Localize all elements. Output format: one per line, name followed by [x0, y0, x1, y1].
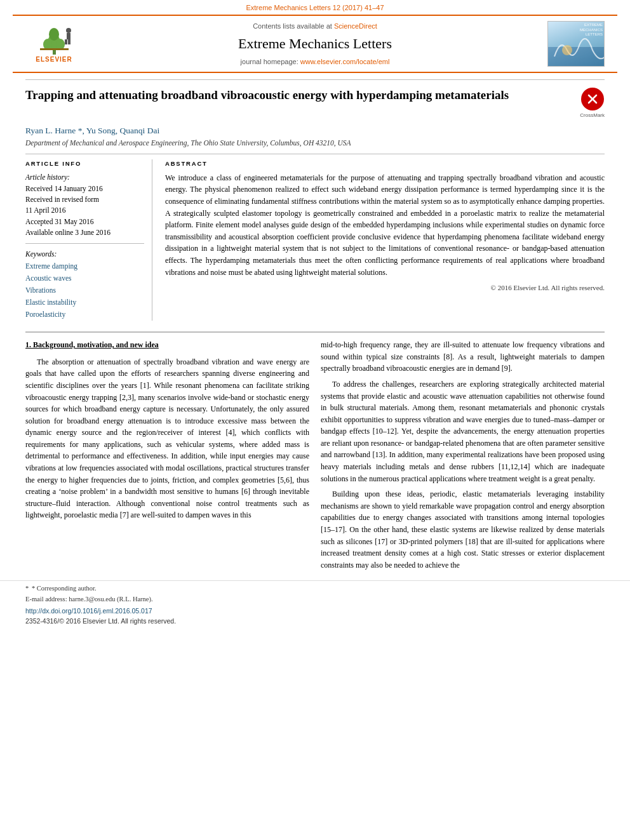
info-separator — [25, 243, 144, 244]
author-names: Ryan L. Harne *, Yu Song, Quanqi Dai — [25, 126, 159, 135]
article-title-section: Trapping and attenuating broadband vibro… — [25, 79, 605, 123]
journal-header-center: Contents lists available at ScienceDirec… — [83, 22, 547, 67]
article-title-text: Trapping and attenuating broadband vibro… — [25, 88, 570, 103]
homepage-line: journal homepage: www.elsevier.com/locat… — [83, 57, 547, 67]
svg-rect-7 — [67, 33, 70, 39]
elsevier-logo: ELSEVIER — [25, 24, 83, 64]
footnote-email: E-mail address: harne.3@osu.edu (R.L. Ha… — [25, 595, 605, 604]
authors-line: Ryan L. Harne *, Yu Song, Quanqi Dai — [25, 125, 605, 137]
crossmark-label: CrossMark — [580, 112, 605, 119]
elsevier-tree-icon — [37, 24, 72, 55]
doi-line[interactable]: http://dx.doi.org/10.1016/j.eml.2016.05.… — [25, 606, 605, 616]
article-history: Article history: Received 14 January 201… — [25, 172, 144, 238]
section1-heading: 1. Background, motivation, and new idea — [25, 339, 309, 351]
history-item-2: 11 April 2016 — [25, 206, 65, 214]
svg-rect-9 — [68, 39, 70, 44]
svg-point-6 — [66, 28, 71, 33]
keyword-2: Vibrations — [25, 284, 144, 297]
affiliation: Department of Mechanical and Aerospace E… — [25, 138, 605, 148]
history-item-3: Accepted 31 May 2016 — [25, 218, 94, 225]
history-item-4: Available online 3 June 2016 — [25, 229, 111, 236]
issn-line: 2352-4316/© 2016 Elsevier Ltd. All right… — [25, 617, 605, 626]
homepage-prefix: journal homepage: — [241, 58, 300, 65]
footer: * * Corresponding author. E-mail address… — [0, 580, 630, 631]
keywords-list: Extreme damping Acoustic waves Vibration… — [25, 260, 144, 321]
cover-graphic — [548, 31, 605, 63]
section1-left-text: The absorption or attenuation of spectra… — [25, 356, 309, 521]
svg-rect-8 — [65, 39, 67, 44]
keyword-4: Poroelasticity — [25, 309, 144, 321]
issn-text: 2352-4316/© 2016 Elsevier Ltd. All right… — [25, 617, 176, 625]
copyright: © 2016 Elsevier Ltd. All rights reserved… — [165, 283, 605, 293]
journal-header: ELSEVIER Contents lists available at Sci… — [13, 15, 617, 73]
svg-point-4 — [49, 28, 59, 41]
section1-right-text-p1: mid-to-high frequency range, they are il… — [321, 339, 605, 375]
journal-bar: Extreme Mechanics Letters 12 (2017) 41–4… — [0, 0, 630, 15]
science-direct-prefix: Contents lists available at — [253, 22, 334, 30]
two-column-section: Article Info Article history: Received 1… — [25, 154, 605, 321]
footnote-corresponding-text: * Corresponding author. — [32, 585, 97, 592]
abstract-text: We introduce a class of engineered metam… — [165, 172, 605, 278]
body-section: 1. Background, motivation, and new idea … — [0, 333, 630, 577]
svg-point-10 — [562, 45, 572, 55]
doi-text: http://dx.doi.org/10.1016/j.eml.2016.05.… — [25, 607, 152, 615]
history-item-1: Received in revised form — [25, 196, 99, 203]
abstract-col: Abstract We introduce a class of enginee… — [165, 159, 605, 321]
crossmark-badge[interactable]: CrossMark — [580, 88, 605, 119]
keyword-3: Elastic instability — [25, 297, 144, 309]
body-col-right: mid-to-high frequency range, they are il… — [321, 339, 605, 571]
body-col-left: 1. Background, motivation, and new idea … — [25, 339, 309, 571]
journal-cover-image: EXTREMEMECHANICSLETTERS — [547, 21, 605, 67]
keyword-0: Extreme damping — [25, 260, 144, 272]
keyword-1: Acoustic waves — [25, 272, 144, 284]
elsevier-label: ELSEVIER — [36, 55, 72, 64]
keywords-label: Keywords: — [25, 249, 144, 259]
science-direct-link[interactable]: ScienceDirect — [334, 22, 377, 30]
footnote-corresponding: * * Corresponding author. — [25, 584, 605, 594]
article-info-col: Article Info Article history: Received 1… — [25, 159, 152, 321]
keywords-section: Keywords: Extreme damping Acoustic waves… — [25, 249, 144, 321]
science-direct-line: Contents lists available at ScienceDirec… — [83, 22, 547, 31]
homepage-url[interactable]: www.elsevier.com/locate/eml — [300, 58, 390, 65]
journal-citation: Extreme Mechanics Letters 12 (2017) 41–4… — [246, 4, 384, 11]
history-label: Article history: — [25, 172, 144, 182]
history-received: Received 14 January 2016 Received in rev… — [25, 183, 144, 238]
article-content: Trapping and attenuating broadband vibro… — [0, 73, 630, 324]
crossmark-icon — [586, 92, 600, 106]
article-info-heading: Article Info — [25, 159, 144, 168]
history-item-0: Received 14 January 2016 — [25, 185, 103, 192]
abstract-heading: Abstract — [165, 159, 605, 168]
journal-title: Extreme Mechanics Letters — [83, 34, 547, 54]
svg-rect-5 — [40, 48, 69, 50]
footnote-email-label: E-mail address: harne.3@osu.edu (R.L. Ha… — [25, 596, 153, 603]
article-title: Trapping and attenuating broadband vibro… — [25, 88, 570, 103]
section1-right-text-p3: Building upon these ideas, periodic, ela… — [321, 488, 605, 571]
section1-right-text-p2: To address the challenges, researchers a… — [321, 378, 605, 484]
